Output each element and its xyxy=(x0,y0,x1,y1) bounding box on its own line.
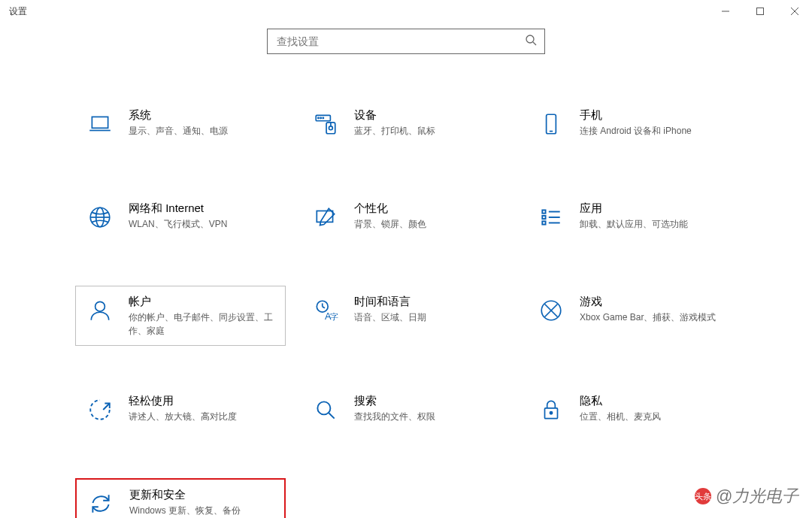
magnifier-icon xyxy=(311,395,341,425)
svg-point-38 xyxy=(550,412,552,414)
tile-apps[interactable]: 应用 卸载、默认应用、可选功能 xyxy=(526,192,737,247)
tile-desc: 卸载、默认应用、可选功能 xyxy=(580,217,727,231)
person-icon xyxy=(85,295,115,326)
svg-line-36 xyxy=(329,413,334,418)
search-box[interactable] xyxy=(267,29,545,54)
search-input[interactable] xyxy=(275,35,525,48)
lock-icon xyxy=(536,395,566,425)
svg-rect-23 xyxy=(542,221,545,224)
settings-grid: 系统 显示、声音、通知、电源 设备 蓝牙、打印机、鼠标 手机 连接 Androi… xyxy=(75,99,737,518)
tile-desc: WLAN、飞行模式、VPN xyxy=(129,217,276,231)
tile-title: 隐私 xyxy=(580,393,727,408)
svg-line-5 xyxy=(533,42,536,45)
tile-title: 个性化 xyxy=(354,201,501,216)
watermark-badge: 头条 xyxy=(695,488,711,504)
tile-desc: 查找我的文件、权限 xyxy=(354,410,501,423)
tile-desc: 连接 Android 设备和 iPhone xyxy=(580,124,727,138)
devices-icon xyxy=(311,109,341,139)
minimize-button[interactable] xyxy=(708,0,743,23)
phone-icon xyxy=(536,109,566,139)
tile-desc: 语音、区域、日期 xyxy=(354,310,501,324)
svg-rect-20 xyxy=(317,211,332,223)
tile-devices[interactable]: 设备 蓝牙、打印机、鼠标 xyxy=(301,99,511,153)
laptop-icon xyxy=(85,109,115,139)
svg-rect-22 xyxy=(542,216,545,219)
tile-time-language[interactable]: A字 时间和语言 语音、区域、日期 xyxy=(301,286,511,346)
tile-phone[interactable]: 手机 连接 Android 设备和 iPhone xyxy=(526,99,737,153)
tile-desc: 显示、声音、通知、电源 xyxy=(129,124,276,138)
close-button[interactable] xyxy=(777,0,812,23)
svg-point-11 xyxy=(323,117,323,118)
tile-title: 游戏 xyxy=(580,294,727,309)
search-icon xyxy=(525,34,537,49)
tile-desc: 蓝牙、打印机、鼠标 xyxy=(354,124,501,138)
svg-rect-1 xyxy=(757,8,764,15)
tile-title: 手机 xyxy=(580,108,727,123)
globe-icon xyxy=(85,202,115,232)
tile-ease-of-access[interactable]: 轻松使用 讲述人、放大镜、高对比度 xyxy=(75,385,286,439)
tile-desc: 讲述人、放大镜、高对比度 xyxy=(129,410,276,423)
svg-rect-21 xyxy=(542,210,545,213)
tile-search[interactable]: 搜索 查找我的文件、权限 xyxy=(301,385,511,439)
tile-system[interactable]: 系统 显示、声音、通知、电源 xyxy=(75,99,286,153)
svg-line-34 xyxy=(103,404,110,410)
tile-accounts[interactable]: 帐户 你的帐户、电子邮件、同步设置、工作、家庭 xyxy=(75,286,286,346)
maximize-button[interactable] xyxy=(743,0,777,23)
svg-text:字: 字 xyxy=(330,312,338,321)
svg-point-13 xyxy=(329,126,332,130)
tile-title: 设备 xyxy=(354,108,501,123)
time-language-icon: A字 xyxy=(311,295,341,326)
paint-icon xyxy=(311,202,341,232)
tile-title: 系统 xyxy=(129,108,276,123)
svg-line-30 xyxy=(323,307,325,308)
sync-icon xyxy=(86,489,116,518)
window-title: 设置 xyxy=(9,5,27,18)
tile-desc: Xbox Game Bar、捕获、游戏模式 xyxy=(580,310,727,324)
svg-point-27 xyxy=(95,301,105,311)
window-controls xyxy=(708,0,812,23)
tile-gaming[interactable]: 游戏 Xbox Game Bar、捕获、游戏模式 xyxy=(526,286,737,346)
ease-of-access-icon xyxy=(85,395,115,425)
tile-update-security[interactable]: 更新和安全 Windows 更新、恢复、备份 xyxy=(75,478,286,518)
tile-desc: Windows 更新、恢复、备份 xyxy=(129,504,275,517)
svg-point-9 xyxy=(318,117,319,118)
xbox-icon xyxy=(536,295,566,326)
tile-personalization[interactable]: 个性化 背景、锁屏、颜色 xyxy=(301,192,511,247)
watermark-text: @力光电子 xyxy=(716,485,798,507)
svg-rect-6 xyxy=(92,117,108,128)
svg-point-10 xyxy=(320,117,321,118)
apps-list-icon xyxy=(536,202,566,232)
tile-title: 应用 xyxy=(580,201,727,216)
tile-title: 帐户 xyxy=(129,294,276,309)
svg-point-35 xyxy=(317,401,330,414)
tile-title: 时间和语言 xyxy=(354,294,501,309)
tile-desc: 背景、锁屏、颜色 xyxy=(354,217,501,231)
tile-desc: 位置、相机、麦克风 xyxy=(580,410,727,423)
tile-network[interactable]: 网络和 Internet WLAN、飞行模式、VPN xyxy=(75,192,286,247)
svg-point-4 xyxy=(526,35,534,43)
tile-desc: 你的帐户、电子邮件、同步设置、工作、家庭 xyxy=(129,310,276,338)
tile-title: 轻松使用 xyxy=(129,393,276,408)
tile-privacy[interactable]: 隐私 位置、相机、麦克风 xyxy=(526,385,737,439)
tile-title: 搜索 xyxy=(354,393,501,408)
watermark: 头条 @力光电子 xyxy=(695,485,798,507)
tile-title: 更新和安全 xyxy=(129,487,275,502)
tile-title: 网络和 Internet xyxy=(129,201,276,216)
